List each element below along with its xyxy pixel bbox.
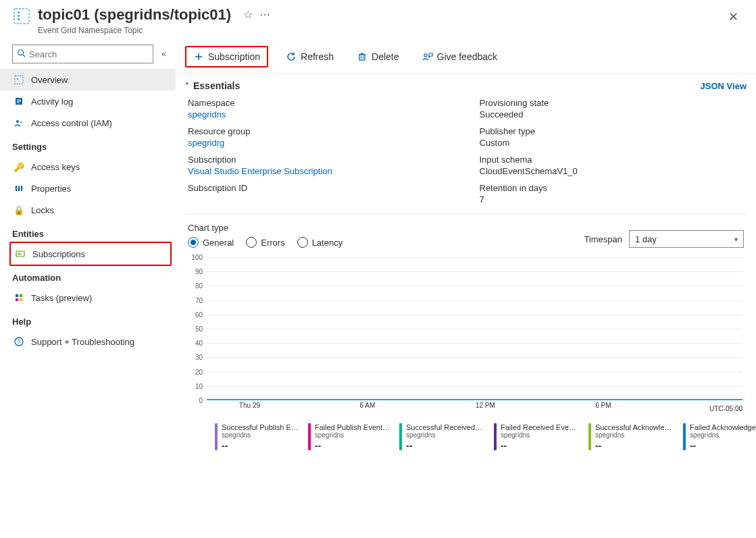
y-tick-label: 100 (191, 254, 203, 261)
sidebar-item-label: Locks (31, 205, 54, 215)
sidebar-item-label: Support + Troubleshooting (31, 337, 134, 347)
sidebar-item-locks[interactable]: 🔒 Locks (0, 199, 176, 221)
sidebar-item-access-control[interactable]: Access control (IAM) (0, 112, 176, 134)
essentials-title: Essentials (193, 80, 240, 91)
radio-latency[interactable]: Latency (297, 237, 343, 248)
legend-color-bar (215, 423, 218, 450)
lock-icon: 🔒 (14, 205, 24, 215)
svg-rect-20 (16, 251, 24, 257)
collapse-sidebar-button[interactable]: « (159, 47, 169, 61)
chevron-up-icon: ˄ (185, 82, 189, 90)
legend-color-bar (308, 423, 311, 450)
iam-icon (14, 117, 24, 128)
sidebar-item-subscriptions[interactable]: Subscriptions (11, 243, 170, 265)
sidebar-search-input[interactable] (29, 49, 149, 59)
toolbar: Subscription Refresh Delete Give feedbac… (176, 41, 756, 74)
legend-color-bar (588, 423, 591, 450)
legend-item[interactable]: Failed Acknowledged …spegridns-- (683, 423, 756, 451)
legend-item[interactable]: Successful Received …spegridns-- (399, 423, 484, 451)
page-header: topic01 (spegridns/topic01) Event Grid N… (0, 0, 756, 41)
sidebar-item-overview[interactable]: Overview (0, 69, 176, 90)
chevron-down-icon: ▾ (734, 236, 738, 243)
refresh-button[interactable]: Refresh (280, 49, 339, 65)
ess-value: Succeeded (480, 109, 745, 119)
sidebar-item-tasks[interactable]: Tasks (preview) (0, 287, 176, 308)
ess-value: CloudEventSchemaV1_0 (480, 166, 745, 176)
legend-series-value: -- (690, 440, 756, 451)
legend-series-value: -- (315, 440, 390, 451)
ess-label: Resource group (188, 126, 453, 136)
button-label: Give feedback (437, 51, 498, 62)
y-tick-label: 90 (195, 268, 203, 275)
svg-text:?: ? (17, 338, 20, 345)
topic-icon (12, 7, 31, 26)
add-subscription-button[interactable]: Subscription (188, 49, 266, 65)
timespan-label: Timespan (584, 234, 622, 244)
resource-group-link[interactable]: spegridrg (188, 138, 224, 148)
sidebar-search[interactable] (12, 45, 153, 63)
ess-label: Publisher type (480, 126, 745, 136)
favorite-star-icon[interactable]: ☆ (243, 8, 253, 21)
radio-label: Errors (261, 238, 284, 248)
svg-point-13 (20, 122, 22, 124)
button-label: Subscription (208, 51, 260, 62)
svg-rect-0 (14, 9, 29, 24)
sidebar-item-label: Overview (31, 75, 68, 85)
y-tick-label: 60 (195, 311, 203, 318)
timespan-select[interactable]: 1 day ▾ (629, 230, 744, 248)
legend-series-value: -- (501, 440, 579, 451)
help-icon: ? (14, 336, 24, 347)
ess-label: Retention in days (480, 183, 745, 193)
chart-type-label: Chart type (188, 223, 343, 233)
essentials-header[interactable]: ˄ Essentials JSON View (176, 74, 756, 95)
radio-errors[interactable]: Errors (246, 237, 284, 248)
legend-series-value: -- (222, 440, 299, 451)
radio-label: General (203, 238, 234, 248)
legend-series-name: Failed Received Even… (501, 423, 579, 431)
svg-point-17 (16, 186, 18, 188)
legend-item[interactable]: Successful Acknowled…spegridns-- (588, 423, 674, 451)
subscription-link[interactable]: Visual Studio Enterprise Subscription (188, 166, 332, 176)
legend-series-sub: spegridns (406, 431, 484, 439)
button-label: Delete (372, 51, 399, 62)
sidebar-item-label: Access keys (31, 162, 80, 172)
overview-icon (14, 74, 24, 85)
feedback-button[interactable]: Give feedback (417, 49, 503, 65)
ess-label: Provisioning state (480, 98, 745, 108)
legend-item[interactable]: Failed Received Even…spegridns-- (494, 423, 579, 451)
legend-item[interactable]: Failed Publish Event…spegridns-- (308, 423, 390, 451)
svg-point-12 (16, 120, 19, 123)
legend-series-value: -- (595, 440, 674, 451)
close-blade-button[interactable]: ✕ (723, 7, 744, 27)
svg-rect-26 (20, 298, 22, 301)
more-menu-icon[interactable]: ⋯ (259, 8, 272, 21)
y-tick-label: 0 (199, 397, 203, 404)
sidebar-item-properties[interactable]: Properties (0, 178, 176, 199)
legend-series-name: Failed Acknowledged … (690, 423, 756, 431)
legend-item[interactable]: Successful Publish E…spegridns-- (215, 423, 299, 451)
svg-rect-1 (18, 11, 20, 14)
radio-unchecked-icon (297, 237, 308, 248)
sidebar: « Overview Activity log Access control (… (0, 41, 176, 538)
chart-legend: Successful Publish E…spegridns--Failed P… (188, 412, 744, 451)
json-view-link[interactable]: JSON View (701, 81, 747, 91)
delete-button[interactable]: Delete (351, 49, 404, 65)
trash-icon (357, 51, 368, 62)
radio-general[interactable]: General (188, 237, 234, 248)
radio-checked-icon (188, 237, 199, 248)
sidebar-item-access-keys[interactable]: 🔑 Access keys (0, 156, 176, 178)
sidebar-item-activity-log[interactable]: Activity log (0, 90, 176, 112)
y-tick-label: 70 (195, 296, 203, 304)
ess-label: Input schema (480, 155, 745, 165)
sidebar-item-support[interactable]: ? Support + Troubleshooting (0, 331, 176, 352)
namespace-link[interactable]: spegridns (188, 109, 226, 119)
legend-series-name: Successful Acknowled… (595, 423, 674, 431)
y-tick-label: 80 (195, 282, 203, 290)
tasks-icon (14, 292, 24, 303)
legend-color-bar (494, 423, 497, 450)
properties-icon (14, 183, 24, 194)
timespan-value: 1 day (635, 234, 657, 244)
y-tick-label: 50 (195, 325, 203, 333)
legend-series-sub: spegridns (315, 431, 390, 439)
y-tick-label: 40 (195, 340, 203, 347)
